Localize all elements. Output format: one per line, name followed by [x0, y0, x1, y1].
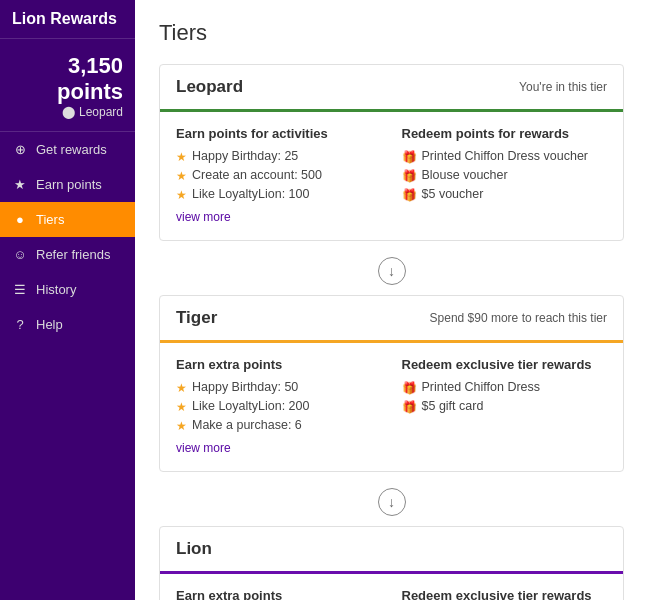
earn-col-lion: Earn extra points★Make a purchase: 7★Ref…	[176, 588, 382, 600]
redeem-item: 🎁$5 voucher	[402, 187, 608, 202]
redeem-title-lion: Redeem exclusive tier rewards	[402, 588, 608, 600]
tiers-container: LeopardYou're in this tierEarn points fo…	[159, 64, 624, 600]
gift-icon: 🎁	[402, 400, 417, 414]
view-more-tiger[interactable]: view more	[176, 441, 231, 455]
tier-header-tiger: TigerSpend $90 more to reach this tier	[160, 296, 623, 343]
tier-name-leopard: Leopard	[176, 77, 243, 97]
redeem-item: 🎁Blouse voucher	[402, 168, 608, 183]
earn-item: ★Like LoyaltyLion: 200	[176, 399, 382, 414]
sidebar-item-label: Tiers	[36, 212, 64, 227]
sidebar-item-earn-points[interactable]: ★ Earn points	[0, 167, 135, 202]
tier-label: Leopard	[79, 105, 123, 119]
star-icon: ★	[176, 400, 187, 414]
gift-icon: 🎁	[402, 169, 417, 183]
earn-item-text: Happy Birthday: 50	[192, 380, 298, 394]
gift-icon: 🎁	[402, 150, 417, 164]
tier-body-tiger: Earn extra points★Happy Birthday: 50★Lik…	[160, 343, 623, 471]
earn-col-tiger: Earn extra points★Happy Birthday: 50★Lik…	[176, 357, 382, 455]
tier-name-lion: Lion	[176, 539, 212, 559]
redeem-item: 🎁Printed Chiffon Dress	[402, 380, 608, 395]
sidebar-item-label: History	[36, 282, 76, 297]
earn-item: ★Happy Birthday: 25	[176, 149, 382, 164]
sidebar-nav: ⊕ Get rewards★ Earn points● Tiers☺ Refer…	[0, 132, 135, 342]
tier-card-tiger: TigerSpend $90 more to reach this tierEa…	[159, 295, 624, 472]
earn-item-text: Like LoyaltyLion: 100	[192, 187, 309, 201]
tier-card-lion: LionEarn extra points★Make a purchase: 7…	[159, 526, 624, 600]
star-icon: ★	[176, 419, 187, 433]
sidebar-item-label: Earn points	[36, 177, 102, 192]
earn-title-lion: Earn extra points	[176, 588, 382, 600]
redeem-item-text: Printed Chiffon Dress voucher	[422, 149, 589, 163]
tier-header-lion: Lion	[160, 527, 623, 574]
sidebar-item-label: Help	[36, 317, 63, 332]
redeem-col-tiger: Redeem exclusive tier rewards🎁Printed Ch…	[402, 357, 608, 455]
tier-connector: ↓	[159, 488, 624, 516]
gift-icon: 🎁	[402, 188, 417, 202]
sidebar: Lion Rewards 3,150 points ⬤ Leopard ⊕ Ge…	[0, 0, 135, 600]
earn-col-leopard: Earn points for activities★Happy Birthda…	[176, 126, 382, 224]
earn-item-text: Make a purchase: 6	[192, 418, 302, 432]
tier-body-lion: Earn extra points★Make a purchase: 7★Ref…	[160, 574, 623, 600]
tier-badge: ⬤ Leopard	[12, 105, 123, 119]
earn-item: ★Happy Birthday: 50	[176, 380, 382, 395]
down-arrow-icon: ↓	[378, 257, 406, 285]
redeem-item: 🎁$5 gift card	[402, 399, 608, 414]
redeem-title-leopard: Redeem points for rewards	[402, 126, 608, 141]
view-more-leopard[interactable]: view more	[176, 210, 231, 224]
star-icon: ★	[176, 188, 187, 202]
redeem-title-tiger: Redeem exclusive tier rewards	[402, 357, 608, 372]
earn-item: ★Make a purchase: 6	[176, 418, 382, 433]
refer-friends-icon: ☺	[12, 247, 28, 262]
sidebar-item-history[interactable]: ☰ History	[0, 272, 135, 307]
earn-item-text: Like LoyaltyLion: 200	[192, 399, 309, 413]
redeem-item-text: $5 gift card	[422, 399, 484, 413]
sidebar-item-get-rewards[interactable]: ⊕ Get rewards	[0, 132, 135, 167]
tier-header-leopard: LeopardYou're in this tier	[160, 65, 623, 112]
earn-title-leopard: Earn points for activities	[176, 126, 382, 141]
tier-card-leopard: LeopardYou're in this tierEarn points fo…	[159, 64, 624, 241]
redeem-item-text: Blouse voucher	[422, 168, 508, 182]
help-icon: ?	[12, 317, 28, 332]
sidebar-item-label: Get rewards	[36, 142, 107, 157]
history-icon: ☰	[12, 282, 28, 297]
star-icon: ★	[176, 150, 187, 164]
redeem-col-leopard: Redeem points for rewards🎁Printed Chiffo…	[402, 126, 608, 224]
redeem-col-lion: Redeem exclusive tier rewards🎁$100 vouch…	[402, 588, 608, 600]
earn-item-text: Happy Birthday: 25	[192, 149, 298, 163]
down-arrow-icon: ↓	[378, 488, 406, 516]
app-title: Lion Rewards	[0, 0, 135, 39]
earn-item-text: Create an account: 500	[192, 168, 322, 182]
tier-connector: ↓	[159, 257, 624, 285]
redeem-item-text: Printed Chiffon Dress	[422, 380, 541, 394]
tier-body-leopard: Earn points for activities★Happy Birthda…	[160, 112, 623, 240]
star-icon: ★	[176, 169, 187, 183]
star-icon: ★	[176, 381, 187, 395]
redeem-item-text: $5 voucher	[422, 187, 484, 201]
sidebar-item-help[interactable]: ? Help	[0, 307, 135, 342]
sidebar-item-refer-friends[interactable]: ☺ Refer friends	[0, 237, 135, 272]
tier-status-tiger: Spend $90 more to reach this tier	[430, 311, 607, 325]
redeem-item: 🎁Printed Chiffon Dress voucher	[402, 149, 608, 164]
tier-status-leopard: You're in this tier	[519, 80, 607, 94]
sidebar-item-tiers[interactable]: ● Tiers	[0, 202, 135, 237]
points-section: 3,150 points ⬤ Leopard	[0, 39, 135, 132]
earn-title-tiger: Earn extra points	[176, 357, 382, 372]
points-value: 3,150 points	[12, 53, 123, 105]
sidebar-item-label: Refer friends	[36, 247, 110, 262]
earn-item: ★Create an account: 500	[176, 168, 382, 183]
page-title: Tiers	[159, 20, 624, 46]
gift-icon: 🎁	[402, 381, 417, 395]
earn-item: ★Like LoyaltyLion: 100	[176, 187, 382, 202]
tier-name-tiger: Tiger	[176, 308, 217, 328]
get-rewards-icon: ⊕	[12, 142, 28, 157]
tiers-icon: ●	[12, 212, 28, 227]
earn-points-icon: ★	[12, 177, 28, 192]
tier-icon: ⬤	[62, 105, 75, 119]
main-content: Tiers LeopardYou're in this tierEarn poi…	[135, 0, 648, 600]
